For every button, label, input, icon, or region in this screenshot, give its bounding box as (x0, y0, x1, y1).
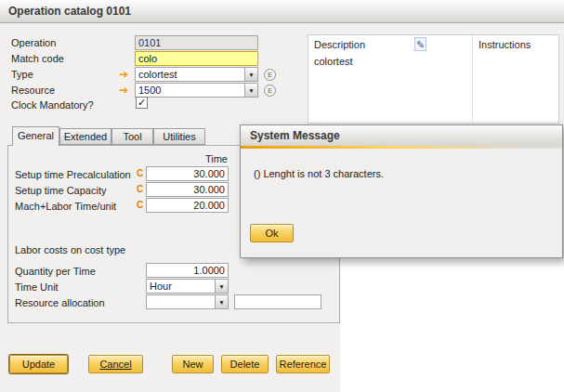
circle-e-icon[interactable]: E (264, 85, 276, 97)
dialog-message: () Lenght is not 3 characters. (254, 168, 384, 179)
link-arrow-icon[interactable]: ➔ (117, 84, 130, 97)
operation-field[interactable] (135, 35, 258, 50)
resource-value: 1500 (136, 84, 244, 97)
labor-costs-section-label: Labor costs on cost type (15, 242, 125, 257)
time-unit-value: Hour (147, 280, 215, 293)
tab-extended[interactable]: Extended (59, 128, 111, 145)
chevron-down-icon[interactable]: ▼ (215, 295, 228, 308)
time-column-header: Time (146, 151, 228, 166)
description-panel: Description ✎ Instructions colortest (308, 34, 559, 124)
column-divider (472, 35, 473, 123)
description-header: Description (314, 38, 365, 52)
quantity-per-time-label: Quantity per Time (15, 264, 96, 279)
dialog-titlebar[interactable]: System Message (241, 125, 562, 146)
mach-labor-field[interactable] (146, 198, 229, 213)
empty-background-area (340, 258, 564, 392)
window-titlebar[interactable]: Operation catalog 0101 (0, 0, 564, 23)
tab-general[interactable]: General (12, 126, 59, 146)
new-button[interactable]: New (172, 355, 214, 373)
setup-precalc-field[interactable] (146, 166, 229, 181)
setup-precalc-label: Setup time Precalculation (15, 167, 131, 182)
tab-tool[interactable]: Tool (111, 128, 153, 145)
match-code-field[interactable] (135, 51, 258, 66)
time-unit-dropdown[interactable]: Hour ▼ (146, 279, 229, 294)
type-label: Type (11, 67, 33, 82)
clock-mandatory-label: Clock Mandatory? (11, 98, 94, 112)
delete-button[interactable]: Delete (221, 355, 269, 373)
cost-link[interactable]: C (136, 167, 144, 180)
clock-mandatory-checkbox[interactable]: ✓ (136, 97, 148, 109)
cost-link[interactable]: C (136, 199, 144, 212)
resource-dropdown[interactable]: 1500 ▼ (135, 83, 258, 98)
reference-button[interactable]: Reference (276, 355, 330, 373)
chevron-down-icon[interactable]: ▼ (215, 280, 228, 293)
setup-capacity-field[interactable] (146, 182, 229, 197)
active-window-accent-bar (241, 146, 562, 149)
system-message-dialog: System Message () Lenght is not 3 charac… (240, 124, 563, 258)
checkmark-icon: ✓ (138, 98, 147, 108)
link-arrow-icon[interactable]: ➔ (117, 68, 130, 81)
resource-allocation-extra-field[interactable] (234, 294, 321, 309)
mach-labor-label: Mach+Labor Time/unit (15, 199, 116, 214)
setup-capacity-label: Setup time Capacity (15, 183, 106, 198)
window-title: Operation catalog 0101 (0, 0, 131, 22)
tab-utilities[interactable]: Utilities (153, 128, 205, 145)
resource-allocation-value (147, 295, 215, 308)
type-value: colortest (136, 68, 244, 81)
dialog-title: System Message (241, 125, 340, 146)
chevron-down-icon[interactable]: ▼ (244, 84, 257, 97)
ok-button[interactable]: Ok (250, 224, 294, 242)
type-dropdown[interactable]: colortest ▼ (135, 67, 258, 82)
description-value: colortest (314, 54, 353, 69)
operation-label: Operation (11, 35, 56, 50)
update-button[interactable]: Update (9, 355, 68, 373)
time-unit-label: Time Unit (15, 280, 59, 294)
resource-label: Resource (11, 83, 55, 98)
chevron-down-icon[interactable]: ▼ (244, 68, 257, 81)
notes-icon[interactable]: ✎ (414, 37, 426, 51)
cancel-button[interactable]: Cancel (88, 355, 143, 373)
quantity-per-time-field[interactable] (146, 263, 229, 278)
cost-link[interactable]: C (136, 183, 144, 196)
match-code-label: Match code (11, 51, 64, 66)
resource-allocation-label: Resource allocation (15, 295, 105, 310)
circle-e-icon[interactable]: E (264, 69, 276, 81)
instructions-header: Instructions (479, 38, 531, 52)
resource-allocation-dropdown[interactable]: ▼ (146, 294, 229, 309)
